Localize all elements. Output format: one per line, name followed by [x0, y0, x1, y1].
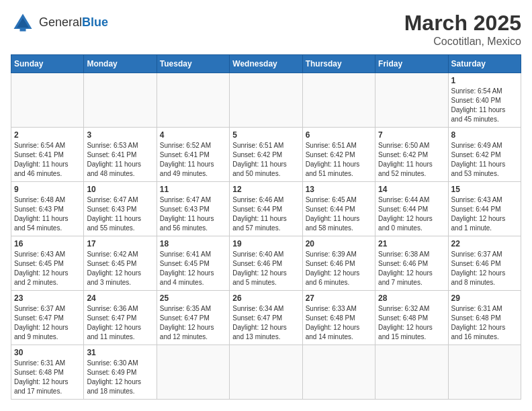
calendar-day-cell: 18Sunrise: 6:41 AM Sunset: 6:45 PM Dayli…: [157, 236, 229, 291]
calendar-day-cell: 8Sunrise: 6:49 AM Sunset: 6:42 PM Daylig…: [448, 128, 521, 182]
page-title: March 2025: [404, 11, 521, 36]
calendar-day-cell: 20Sunrise: 6:39 AM Sunset: 6:46 PM Dayli…: [302, 236, 375, 291]
day-info: Sunrise: 6:47 AM Sunset: 6:43 PM Dayligh…: [87, 195, 153, 233]
day-of-week-header: Sunday: [11, 55, 84, 73]
logo-icon: [11, 11, 35, 35]
day-number: 5: [232, 130, 299, 140]
day-number: 8: [451, 130, 518, 140]
day-number: 12: [232, 185, 299, 194]
day-info: Sunrise: 6:47 AM Sunset: 6:43 PM Dayligh…: [160, 195, 226, 233]
day-info: Sunrise: 6:45 AM Sunset: 6:44 PM Dayligh…: [306, 195, 372, 233]
day-of-week-header: Saturday: [448, 55, 521, 73]
day-number: 27: [306, 293, 372, 303]
calendar-day-cell: 14Sunrise: 6:44 AM Sunset: 6:44 PM Dayli…: [375, 182, 448, 236]
day-info: Sunrise: 6:39 AM Sunset: 6:46 PM Dayligh…: [306, 250, 372, 287]
calendar-day-cell: 26Sunrise: 6:34 AM Sunset: 6:47 PM Dayli…: [230, 291, 302, 345]
calendar-day-cell: 13Sunrise: 6:45 AM Sunset: 6:44 PM Dayli…: [302, 182, 375, 236]
day-number: 1: [451, 76, 518, 85]
svg-rect-2: [20, 28, 26, 31]
calendar-day-cell: 29Sunrise: 6:31 AM Sunset: 6:48 PM Dayli…: [448, 291, 521, 345]
logo-general: General: [39, 15, 82, 29]
calendar-day-cell: 10Sunrise: 6:47 AM Sunset: 6:43 PM Dayli…: [84, 182, 157, 236]
day-number: 14: [378, 185, 445, 194]
calendar-day-cell: 11Sunrise: 6:47 AM Sunset: 6:43 PM Dayli…: [157, 182, 229, 236]
calendar-day-cell: [375, 73, 448, 128]
day-number: 21: [378, 239, 445, 248]
day-of-week-header: Wednesday: [230, 55, 302, 73]
calendar-day-cell: [157, 73, 229, 128]
calendar-day-cell: 23Sunrise: 6:37 AM Sunset: 6:47 PM Dayli…: [11, 291, 84, 345]
calendar-day-cell: [375, 345, 448, 400]
day-info: Sunrise: 6:36 AM Sunset: 6:47 PM Dayligh…: [87, 304, 153, 342]
day-number: 23: [14, 293, 81, 303]
calendar-day-cell: [230, 73, 302, 128]
calendar-day-cell: 15Sunrise: 6:43 AM Sunset: 6:44 PM Dayli…: [448, 182, 521, 236]
calendar-day-cell: 19Sunrise: 6:40 AM Sunset: 6:46 PM Dayli…: [230, 236, 302, 291]
day-number: 24: [87, 293, 153, 303]
day-info: Sunrise: 6:37 AM Sunset: 6:46 PM Dayligh…: [451, 250, 518, 287]
day-info: Sunrise: 6:52 AM Sunset: 6:41 PM Dayligh…: [160, 141, 226, 179]
day-of-week-header: Thursday: [302, 55, 375, 73]
day-number: 29: [451, 293, 518, 303]
calendar-day-cell: 2Sunrise: 6:54 AM Sunset: 6:41 PM Daylig…: [11, 128, 84, 182]
calendar-header-row: SundayMondayTuesdayWednesdayThursdayFrid…: [11, 55, 521, 73]
calendar-day-cell: 4Sunrise: 6:52 AM Sunset: 6:41 PM Daylig…: [157, 128, 229, 182]
logo: GeneralBlue: [11, 11, 108, 35]
calendar-day-cell: [11, 73, 84, 128]
calendar-day-cell: 12Sunrise: 6:46 AM Sunset: 6:44 PM Dayli…: [230, 182, 302, 236]
day-info: Sunrise: 6:43 AM Sunset: 6:44 PM Dayligh…: [451, 195, 518, 233]
day-of-week-header: Tuesday: [157, 55, 229, 73]
calendar-day-cell: 16Sunrise: 6:43 AM Sunset: 6:45 PM Dayli…: [11, 236, 84, 291]
calendar-day-cell: [157, 345, 229, 400]
day-number: 22: [451, 239, 518, 248]
calendar-day-cell: 9Sunrise: 6:48 AM Sunset: 6:43 PM Daylig…: [11, 182, 84, 236]
calendar-day-cell: 24Sunrise: 6:36 AM Sunset: 6:47 PM Dayli…: [84, 291, 157, 345]
day-info: Sunrise: 6:54 AM Sunset: 6:40 PM Dayligh…: [451, 87, 518, 124]
day-info: Sunrise: 6:48 AM Sunset: 6:43 PM Dayligh…: [14, 195, 81, 233]
calendar-week-row: 2Sunrise: 6:54 AM Sunset: 6:41 PM Daylig…: [11, 128, 521, 182]
day-number: 19: [232, 239, 299, 248]
day-info: Sunrise: 6:40 AM Sunset: 6:46 PM Dayligh…: [232, 250, 299, 287]
calendar-day-cell: [230, 345, 302, 400]
title-area: March 2025 Cocotitlan, Mexico: [404, 11, 521, 48]
day-number: 20: [306, 239, 372, 248]
day-number: 17: [87, 239, 153, 248]
page-header: GeneralBlue March 2025 Cocotitlan, Mexic…: [11, 11, 521, 48]
logo-text: GeneralBlue: [39, 16, 108, 30]
day-info: Sunrise: 6:51 AM Sunset: 6:42 PM Dayligh…: [306, 141, 372, 179]
day-info: Sunrise: 6:32 AM Sunset: 6:48 PM Dayligh…: [378, 304, 445, 342]
day-of-week-header: Friday: [375, 55, 448, 73]
day-info: Sunrise: 6:42 AM Sunset: 6:45 PM Dayligh…: [87, 250, 153, 287]
calendar-day-cell: 27Sunrise: 6:33 AM Sunset: 6:48 PM Dayli…: [302, 291, 375, 345]
day-number: 15: [451, 185, 518, 194]
day-number: 6: [306, 130, 372, 140]
logo-blue: Blue: [82, 15, 108, 29]
day-info: Sunrise: 6:50 AM Sunset: 6:42 PM Dayligh…: [378, 141, 445, 179]
day-of-week-header: Monday: [84, 55, 157, 73]
calendar-day-cell: 25Sunrise: 6:35 AM Sunset: 6:47 PM Dayli…: [157, 291, 229, 345]
calendar-week-row: 30Sunrise: 6:31 AM Sunset: 6:48 PM Dayli…: [11, 345, 521, 400]
calendar-week-row: 23Sunrise: 6:37 AM Sunset: 6:47 PM Dayli…: [11, 291, 521, 345]
calendar-day-cell: 30Sunrise: 6:31 AM Sunset: 6:48 PM Dayli…: [11, 345, 84, 400]
day-info: Sunrise: 6:31 AM Sunset: 6:48 PM Dayligh…: [451, 304, 518, 342]
page-subtitle: Cocotitlan, Mexico: [404, 36, 521, 48]
day-info: Sunrise: 6:44 AM Sunset: 6:44 PM Dayligh…: [378, 195, 445, 233]
calendar-table: SundayMondayTuesdayWednesdayThursdayFrid…: [11, 54, 521, 400]
calendar-day-cell: 17Sunrise: 6:42 AM Sunset: 6:45 PM Dayli…: [84, 236, 157, 291]
day-number: 4: [160, 130, 226, 140]
calendar-day-cell: 22Sunrise: 6:37 AM Sunset: 6:46 PM Dayli…: [448, 236, 521, 291]
day-number: 7: [378, 130, 445, 140]
calendar-day-cell: [448, 345, 521, 400]
day-info: Sunrise: 6:51 AM Sunset: 6:42 PM Dayligh…: [232, 141, 299, 179]
day-number: 11: [160, 185, 226, 194]
calendar-day-cell: 5Sunrise: 6:51 AM Sunset: 6:42 PM Daylig…: [230, 128, 302, 182]
day-number: 30: [14, 348, 81, 357]
day-number: 25: [160, 293, 226, 303]
day-info: Sunrise: 6:41 AM Sunset: 6:45 PM Dayligh…: [160, 250, 226, 287]
calendar-day-cell: 3Sunrise: 6:53 AM Sunset: 6:41 PM Daylig…: [84, 128, 157, 182]
day-info: Sunrise: 6:46 AM Sunset: 6:44 PM Dayligh…: [232, 195, 299, 233]
day-info: Sunrise: 6:54 AM Sunset: 6:41 PM Dayligh…: [14, 141, 81, 179]
calendar-day-cell: 21Sunrise: 6:38 AM Sunset: 6:46 PM Dayli…: [375, 236, 448, 291]
calendar-day-cell: 1Sunrise: 6:54 AM Sunset: 6:40 PM Daylig…: [448, 73, 521, 128]
day-number: 16: [14, 239, 81, 248]
